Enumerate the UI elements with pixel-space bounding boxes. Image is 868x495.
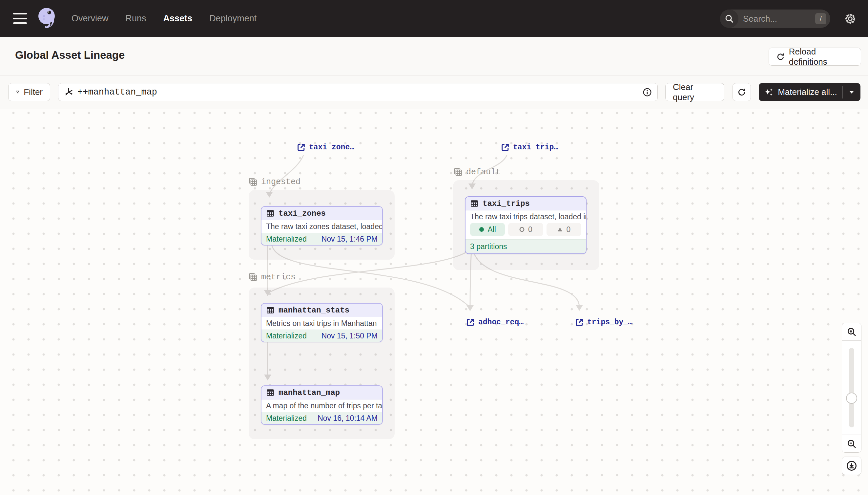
search-icon (720, 10, 739, 28)
status-badge: Materialized (266, 414, 307, 423)
asset-description: Metrics on taxi trips in Manhattan (262, 317, 382, 329)
zoom-slider-thumb[interactable] (846, 393, 857, 404)
external-link-icon (575, 318, 584, 327)
external-link-icon (501, 143, 510, 152)
page-title: Global Asset Lineage (15, 49, 125, 62)
circle-outline-icon (519, 226, 525, 233)
asset-name: manhattan_map (279, 388, 340, 397)
group-label-ingested[interactable]: ingested (248, 177, 300, 187)
pill-label: 0 (566, 225, 570, 234)
external-asset-link-adhoc-req[interactable]: adhoc_req… (466, 318, 524, 327)
external-link-icon (466, 318, 475, 327)
asset-group-icon (248, 177, 258, 187)
table-icon (266, 209, 274, 218)
status-badge: Materialized (266, 235, 307, 243)
zoom-slider-track[interactable] (849, 348, 854, 427)
zoom-out-button[interactable] (842, 434, 861, 452)
asset-group-icon (248, 272, 258, 282)
clear-query-label: Clear query (673, 82, 717, 102)
refresh-graph-button[interactable] (732, 83, 751, 101)
external-asset-label: taxi_zone… (309, 143, 354, 152)
group-name: default (466, 167, 501, 177)
asset-node-manhattan-stats[interactable]: manhattan_stats Metrics on taxi trips in… (261, 303, 383, 342)
download-image-button[interactable] (842, 457, 862, 475)
dot-icon (479, 227, 484, 232)
lineage-canvas[interactable]: ingested default metrics taxi_zone… (0, 109, 868, 495)
asset-description: The raw taxi zones dataset, loaded int..… (262, 220, 382, 233)
filter-icon (16, 88, 20, 97)
tab-deployment[interactable]: Deployment (209, 14, 256, 24)
download-icon (846, 460, 857, 471)
materialization-timestamp[interactable]: Nov 15, 1:50 PM (321, 331, 377, 340)
materialize-all-button[interactable]: Materialize all... (759, 83, 861, 101)
asset-card-header: manhattan_map (262, 386, 382, 399)
partition-count[interactable]: 3 partitions (470, 242, 507, 251)
asset-node-taxi-zones[interactable]: taxi_zones The raw taxi zones dataset, l… (261, 206, 383, 245)
external-link-icon (297, 143, 306, 152)
external-asset-label: taxi_trip… (513, 143, 558, 152)
external-asset-link-taxi-trip[interactable]: taxi_trip… (501, 143, 558, 152)
zoom-controls (842, 323, 862, 453)
materialization-timestamp[interactable]: Nov 15, 1:46 PM (321, 235, 377, 243)
status-badge: Materialized (266, 331, 307, 340)
pill-label: All (488, 225, 496, 234)
tab-overview[interactable]: Overview (72, 14, 109, 24)
nav-tabs: Overview Runs Assets Deployment (72, 0, 256, 37)
partition-pill-all[interactable]: All (470, 223, 505, 236)
asset-query-input[interactable] (77, 87, 642, 97)
tab-assets[interactable]: Assets (163, 14, 193, 24)
table-icon (470, 199, 479, 208)
asset-node-manhattan-map[interactable]: manhattan_map A map of the number of tri… (261, 386, 383, 425)
zoom-in-icon (846, 327, 857, 337)
tab-runs[interactable]: Runs (126, 14, 146, 24)
refresh-icon (737, 88, 746, 97)
sparkle-icon (764, 87, 774, 97)
op-selector-icon (64, 87, 73, 97)
zoom-in-button[interactable] (842, 323, 861, 341)
clear-query-button[interactable]: Clear query (665, 83, 724, 101)
lineage-edges (0, 109, 868, 495)
asset-status-row: Materialized Nov 15, 1:50 PM (262, 329, 382, 342)
partition-health-row: All 0 0 (465, 223, 586, 239)
external-asset-link-taxi-zone[interactable]: taxi_zone… (297, 143, 354, 152)
dagster-logo[interactable] (34, 5, 60, 32)
asset-card-header: manhattan_stats (262, 304, 382, 317)
group-name: ingested (261, 177, 300, 187)
external-asset-label: trips_by_… (587, 318, 633, 327)
gear-icon[interactable] (844, 12, 857, 25)
reload-definitions-label: Reload definitions (789, 47, 854, 67)
asset-node-taxi-trips[interactable]: taxi_trips The raw taxi trips dataset, l… (465, 196, 587, 254)
asset-description: The raw taxi trips dataset, loaded into … (465, 210, 586, 223)
search-input[interactable]: Search... / (720, 10, 830, 28)
zoom-out-icon (846, 439, 857, 449)
filter-button[interactable]: Filter (8, 83, 50, 101)
materialize-options-caret[interactable] (843, 83, 861, 101)
asset-status-row: Materialized Nov 15, 1:46 PM (262, 233, 382, 245)
search-placeholder: Search... (739, 14, 815, 24)
group-label-metrics[interactable]: metrics (248, 272, 296, 282)
reload-definitions-button[interactable]: Reload definitions (768, 48, 861, 66)
group-label-default[interactable]: default (453, 167, 501, 177)
materialization-timestamp[interactable]: Nov 16, 10:14 AM (318, 414, 377, 423)
asset-name: manhattan_stats (279, 306, 349, 315)
partition-pill-failed[interactable]: 0 (547, 223, 581, 236)
lineage-toolbar: Filter Clear query (0, 76, 868, 109)
page-header: Global Asset Lineage Reload definitions (0, 37, 868, 75)
asset-card-header: taxi_trips (465, 197, 586, 210)
external-asset-link-trips-by[interactable]: trips_by_… (575, 318, 633, 327)
menu-icon[interactable] (13, 13, 27, 24)
table-icon (266, 306, 274, 314)
table-icon (266, 388, 274, 397)
info-icon[interactable] (642, 87, 652, 97)
pill-label: 0 (528, 225, 532, 234)
materialize-all-label: Materialize all... (778, 87, 837, 97)
asset-description: A map of the number of trips per taxi z.… (262, 399, 382, 412)
partition-pill-missing[interactable]: 0 (508, 223, 543, 236)
asset-status-row: Materialized Nov 16, 10:14 AM (262, 412, 382, 424)
filter-label: Filter (24, 87, 43, 97)
zoom-slider[interactable] (842, 341, 861, 434)
asset-name: taxi_trips (482, 199, 530, 208)
edge-taxizone-to-taxizones (269, 155, 303, 194)
refresh-icon (776, 52, 785, 62)
asset-query-field[interactable] (58, 83, 658, 101)
